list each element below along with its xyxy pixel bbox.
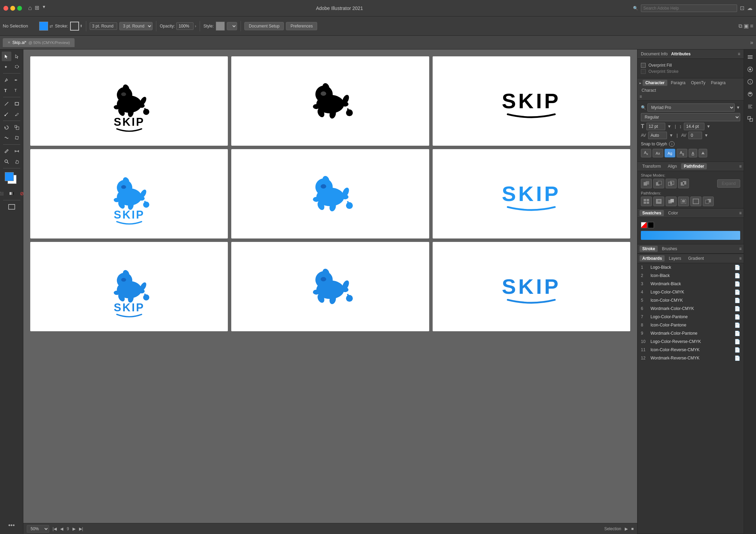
overprint-fill-checkbox[interactable] — [641, 63, 646, 68]
opentype-tab[interactable]: OpenTy — [689, 80, 708, 86]
artboard-list-item[interactable]: 7 Logo-Color-Pantone 📄 — [637, 313, 744, 321]
close-button[interactable] — [3, 6, 8, 11]
fill-color-swatch[interactable] — [39, 22, 48, 31]
canvas-area[interactable]: SKIP — [23, 49, 637, 534]
opacity-input[interactable] — [176, 22, 193, 30]
layers-tab[interactable]: Layers — [666, 255, 684, 262]
underline-btn[interactable]: A — [689, 149, 697, 157]
artboard-logo-black[interactable]: SKIP — [30, 56, 228, 146]
artboard-icon-color-cmyk[interactable] — [231, 149, 429, 238]
minimize-button[interactable] — [10, 6, 15, 11]
eyedropper-tool[interactable] — [2, 146, 11, 156]
gradient-tab[interactable]: Gradient — [685, 255, 707, 262]
dropdown-arrow-icon[interactable]: ▼ — [42, 4, 46, 12]
rotate-tool[interactable] — [2, 123, 11, 132]
intersect-btn[interactable] — [666, 179, 677, 188]
none-swatch[interactable] — [641, 222, 647, 228]
superscript-btn[interactable]: Ag — [665, 149, 675, 157]
paragraph2-tab[interactable]: Paragra — [709, 80, 728, 86]
artboard-list-item[interactable]: 1 Logo-Black 📄 — [637, 263, 744, 271]
artboard-list-item[interactable]: 2 Icon-Black 📄 — [637, 271, 744, 280]
artboard-wordmark-black[interactable]: SKIP — [433, 56, 630, 146]
character-panel-tab[interactable]: Character — [643, 80, 667, 86]
artboard-list-item[interactable]: 11 Icon-Color-Reverse-CMYK 📄 — [637, 346, 744, 354]
warp-tool[interactable] — [2, 133, 11, 143]
artboard-list-item[interactable]: 5 Icon-Color-CMYK 📄 — [637, 296, 744, 304]
size-dropdown-icon[interactable]: ▼ — [667, 124, 671, 129]
artboard-list-item[interactable]: 12 Wordmark-Reverse-CMYK 📄 — [637, 354, 744, 362]
direct-selection-tool[interactable] — [12, 52, 22, 61]
zoom-select[interactable]: 50% 100% — [27, 525, 49, 533]
artboards-menu-icon[interactable]: ≡ — [739, 256, 742, 261]
snap-glyph-info-icon[interactable]: i — [669, 141, 675, 147]
lasso-tool[interactable] — [12, 62, 22, 71]
pen-tool[interactable] — [2, 75, 11, 85]
artboard-list-item[interactable]: 10 Logo-Color-Reverse-CMYK 📄 — [637, 337, 744, 346]
style-swatch[interactable] — [216, 22, 225, 31]
tracking-dropdown-icon[interactable]: ▼ — [704, 133, 708, 138]
maximize-button[interactable] — [17, 6, 22, 11]
artboard-icon-color-pantone[interactable] — [231, 242, 429, 331]
outline-btn[interactable] — [690, 197, 701, 206]
preferences-button[interactable]: Preferences — [286, 22, 317, 30]
line-tool[interactable] — [2, 99, 11, 109]
sync-icon[interactable]: ☁ — [747, 5, 753, 11]
layout-icon[interactable]: ⊞ — [35, 4, 39, 12]
type-tool[interactable]: T — [2, 86, 11, 95]
swatches-menu-icon[interactable]: ≡ — [739, 211, 742, 215]
stroke-menu-icon[interactable]: ≡ — [739, 246, 742, 251]
black-swatch[interactable] — [648, 222, 654, 228]
add-anchor-tool[interactable]: ✒ — [12, 75, 22, 85]
stroke-value-input[interactable] — [90, 22, 117, 30]
document-setup-button[interactable]: Document Setup — [244, 22, 284, 30]
swap-icon[interactable]: ⇄ — [49, 24, 53, 29]
style-select[interactable] — [227, 22, 237, 30]
color-gradient-bar[interactable] — [641, 231, 740, 240]
arrange-icon[interactable]: ⧉ — [738, 23, 742, 29]
home-icon[interactable]: ⌂ — [28, 4, 32, 12]
exclude-btn[interactable] — [678, 179, 689, 188]
tracking-input[interactable] — [688, 132, 702, 139]
paintbrush-tool[interactable] — [2, 109, 11, 119]
divide-btn[interactable] — [641, 197, 652, 206]
rect-tool[interactable] — [12, 99, 22, 109]
more-icon[interactable]: ≡ — [750, 23, 753, 29]
align-panel-icon[interactable] — [745, 102, 755, 111]
expand-icon[interactable]: ⊡ — [740, 5, 744, 11]
measure-tool[interactable] — [12, 146, 22, 156]
artboard-wordmark-color-cmyk[interactable]: SKIP — [433, 149, 630, 238]
char-menu-icon[interactable]: ≡ — [640, 94, 642, 99]
crop-btn[interactable] — [678, 197, 689, 206]
info-panel-icon[interactable]: i — [745, 77, 755, 87]
scale-tool[interactable] — [12, 123, 22, 132]
align-tab[interactable]: Align — [665, 163, 680, 169]
strikethrough-btn[interactable]: A — [699, 149, 707, 157]
next-icon[interactable]: ▶ — [73, 526, 76, 531]
prev-artboard-icon[interactable]: |◀ — [53, 526, 57, 531]
touch-type-tool[interactable]: T — [12, 86, 22, 95]
leading-dropdown-icon[interactable]: ▼ — [707, 124, 711, 129]
font-style-select[interactable]: Regular — [641, 113, 740, 121]
font-dropdown-icon[interactable]: ▼ — [736, 105, 740, 110]
pencil-tool[interactable] — [12, 109, 22, 119]
overprint-stroke-checkbox[interactable] — [641, 69, 646, 74]
kerning-dropdown-icon[interactable]: ▼ — [669, 133, 673, 138]
search-adobe-input[interactable] — [641, 4, 737, 12]
minus-front-btn[interactable] — [653, 179, 664, 188]
artboard-logo-color-cmyk[interactable]: SKIP — [30, 149, 228, 238]
properties-panel-icon[interactable] — [745, 52, 755, 62]
trim-btn[interactable] — [653, 197, 664, 206]
tab-close-icon[interactable]: ✕ — [8, 41, 10, 44]
playback-icon[interactable]: ▶ — [625, 526, 628, 531]
hand-tool[interactable] — [12, 157, 22, 166]
pathfinder-menu-icon[interactable]: ≡ — [739, 164, 742, 169]
artboard-list-item[interactable]: 3 Wordmark-Black 📄 — [637, 280, 744, 288]
next-artboard-icon[interactable]: ▶| — [79, 526, 83, 531]
stroke-up-icon[interactable]: ⬆ — [80, 24, 82, 28]
artboard-tool[interactable] — [4, 202, 19, 212]
stroke-color[interactable] — [70, 22, 79, 31]
opacity-chevron-icon[interactable]: › — [195, 24, 196, 29]
gradient-mode-btn[interactable] — [7, 189, 16, 198]
panel-toggle-icon[interactable]: ▣ — [744, 23, 749, 29]
appearance-panel-icon[interactable] — [745, 89, 755, 99]
